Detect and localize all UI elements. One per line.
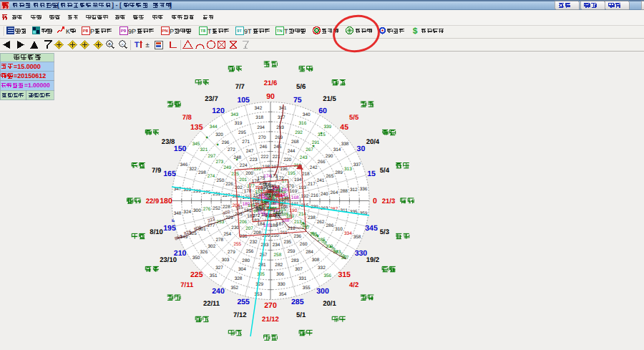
svg-text:P: P: [170, 28, 174, 35]
svg-text:+: +: [108, 41, 112, 47]
svg-text:340: 340: [303, 112, 311, 117]
svg-text:326: 326: [200, 250, 208, 255]
svg-text:289: 289: [335, 170, 343, 175]
svg-text:P9: P9: [121, 29, 127, 34]
svg-text:30: 30: [357, 145, 366, 153]
svg-text:258: 258: [274, 253, 282, 258]
svg-text:224: 224: [240, 163, 248, 168]
svg-text:T: T: [284, 28, 288, 35]
svg-text:7/7: 7/7: [235, 83, 245, 91]
svg-text:339: 339: [323, 125, 331, 130]
svg-text:PN: PN: [162, 29, 167, 34]
svg-text:322: 322: [189, 167, 197, 172]
svg-text:206: 206: [239, 220, 247, 225]
svg-text:348: 348: [174, 211, 182, 216]
svg-text:232: 232: [250, 240, 258, 245]
svg-text:0: 0: [373, 197, 377, 205]
svg-text:272: 272: [228, 147, 235, 152]
svg-text:350: 350: [192, 256, 200, 261]
svg-text:195: 195: [288, 171, 296, 176]
svg-text:354: 354: [279, 292, 287, 297]
svg-text:256: 256: [246, 249, 254, 254]
svg-text:351: 351: [210, 273, 218, 278]
svg-text:240: 240: [212, 287, 225, 296]
svg-text:20/4: 20/4: [366, 138, 380, 146]
svg-text:282: 282: [275, 263, 283, 268]
svg-text:274: 274: [208, 174, 215, 179]
svg-text:T8: T8: [200, 29, 206, 34]
svg-text:330: 330: [278, 282, 286, 287]
svg-text:157: 157: [263, 183, 270, 188]
svg-text:307: 307: [295, 267, 303, 272]
svg-text:177: 177: [247, 184, 255, 189]
svg-text:P8: P8: [83, 29, 89, 34]
svg-text:7/9: 7/9: [152, 167, 161, 175]
svg-text:75: 75: [293, 96, 302, 104]
svg-text:9T: 9T: [237, 29, 242, 34]
svg-text:279: 279: [228, 250, 235, 255]
svg-text:312: 312: [350, 188, 358, 193]
svg-text:242: 242: [310, 165, 318, 170]
svg-text:169: 169: [290, 189, 298, 194]
svg-text:199: 199: [253, 167, 261, 172]
svg-text:318: 318: [255, 115, 263, 120]
svg-text:296: 296: [222, 140, 230, 145]
svg-text:21/3: 21/3: [382, 198, 396, 205]
svg-text:198: 198: [262, 165, 270, 170]
svg-text:106: 106: [281, 212, 289, 217]
svg-text:321: 321: [200, 147, 208, 152]
svg-text:313: 313: [344, 167, 352, 172]
svg-text:228: 228: [255, 185, 263, 190]
svg-text:259: 259: [288, 249, 296, 254]
svg-text:235: 235: [283, 240, 291, 245]
svg-text:209: 209: [262, 233, 270, 238]
svg-text:316: 316: [299, 121, 307, 126]
svg-text:4/2: 4/2: [349, 281, 358, 289]
svg-text:192: 192: [301, 194, 309, 199]
svg-text:329: 329: [255, 282, 263, 287]
svg-text:218: 218: [302, 172, 310, 177]
svg-text:23/8: 23/8: [162, 138, 175, 146]
svg-text:352: 352: [230, 286, 238, 291]
svg-text:280: 280: [242, 258, 250, 263]
svg-text:345: 345: [192, 142, 200, 147]
svg-text:238: 238: [308, 215, 316, 220]
svg-text:90: 90: [266, 92, 275, 101]
svg-text:225: 225: [190, 271, 203, 279]
svg-text:201: 201: [239, 178, 247, 183]
svg-text:233: 233: [261, 243, 269, 248]
svg-text:308: 308: [312, 258, 320, 263]
svg-text:303: 303: [222, 258, 230, 263]
svg-text:244: 244: [288, 149, 296, 154]
svg-text:292: 292: [295, 130, 303, 135]
svg-text:276: 276: [203, 207, 211, 212]
svg-text:] - [: ] - [: [112, 1, 122, 9]
svg-text:295: 295: [238, 130, 246, 135]
svg-text:353: 353: [255, 292, 263, 297]
svg-text:217: 217: [308, 182, 316, 187]
svg-text:264: 264: [331, 190, 338, 195]
svg-text:9T: 9T: [244, 28, 252, 35]
svg-text:±: ±: [145, 42, 150, 49]
svg-text:285: 285: [291, 298, 304, 306]
svg-text:319: 319: [235, 121, 243, 126]
svg-text:320: 320: [215, 132, 223, 137]
svg-text:5/3: 5/3: [380, 228, 389, 236]
svg-text:K: K: [66, 28, 70, 35]
svg-text:338: 338: [341, 142, 349, 147]
svg-text:23/7: 23/7: [205, 95, 218, 103]
svg-text:23/10: 23/10: [160, 256, 177, 264]
svg-text:300: 300: [193, 208, 201, 213]
svg-text:200: 200: [245, 171, 253, 176]
svg-text:342: 342: [255, 106, 263, 111]
svg-text:283: 283: [291, 258, 299, 263]
svg-text:165: 165: [163, 170, 176, 178]
svg-text:=1.00000: =1.00000: [24, 82, 50, 89]
svg-text:223: 223: [250, 157, 258, 162]
svg-text:230: 230: [231, 225, 239, 230]
svg-text:207: 207: [245, 226, 253, 231]
svg-text:T: T: [208, 28, 212, 35]
svg-text:304: 304: [238, 267, 246, 272]
svg-text:288: 288: [340, 189, 348, 194]
svg-text:T: T: [135, 41, 140, 49]
